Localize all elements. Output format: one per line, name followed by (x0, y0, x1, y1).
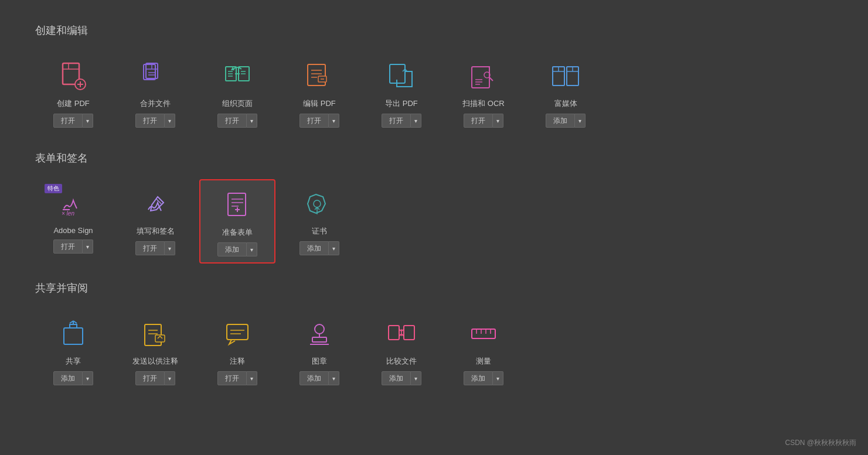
edit-pdf-icon (303, 60, 336, 93)
certificates-dropdown-btn[interactable]: ▾ (329, 241, 339, 255)
svg-rect-61 (404, 326, 414, 340)
comment-btn-group: 打开 ▾ (217, 371, 257, 385)
tool-create-pdf: 创建 PDF 打开 ▾ (35, 52, 111, 134)
feature-badge: 特色 (45, 184, 62, 193)
tool-measure: 测量 添加 ▾ (445, 309, 522, 391)
certificates-label: 证书 (312, 226, 327, 237)
share-dropdown-btn[interactable]: ▾ (83, 371, 93, 385)
merge-files-icon (139, 60, 172, 93)
measure-icon (467, 317, 500, 350)
tool-certificates: 证书 添加 ▾ (281, 179, 358, 264)
comment-icon (221, 317, 254, 350)
comment-dropdown-btn[interactable]: ▾ (247, 371, 257, 385)
section-create-edit: 创建和编辑 创建 PDF 打开 ▾ (35, 23, 833, 134)
fill-sign-dropdown-btn[interactable]: ▾ (165, 241, 175, 255)
adobe-sign-dropdown-btn[interactable]: ▾ (83, 240, 93, 254)
tool-compare-files: 比较文件 添加 ▾ (363, 309, 440, 391)
fill-sign-label: 填写和签名 (137, 226, 175, 237)
compare-files-icon (385, 317, 418, 350)
fill-sign-open-btn[interactable]: 打开 (135, 241, 165, 255)
rich-media-label: 富媒体 (554, 98, 577, 109)
certificates-add-btn[interactable]: 添加 (299, 241, 329, 255)
measure-btn-group: 添加 ▾ (464, 371, 503, 385)
fill-sign-btn-group: 打开 ▾ (135, 241, 175, 255)
measure-label: 测量 (476, 356, 491, 367)
tool-stamp: 图章 添加 ▾ (281, 309, 358, 391)
comment-open-btn[interactable]: 打开 (217, 371, 247, 385)
rich-media-icon (549, 60, 582, 93)
create-pdf-btn-group: 打开 ▾ (53, 114, 93, 128)
certificates-btn-group: 添加 ▾ (299, 241, 339, 255)
organize-pages-dropdown-btn[interactable]: ▾ (247, 114, 257, 128)
stamp-btn-group: 添加 ▾ (299, 371, 339, 385)
watermark: CSDN @秋秋秋秋秋雨 (785, 438, 856, 448)
compare-files-dropdown-btn[interactable]: ▾ (411, 371, 421, 385)
prepare-form-btn-group: 添加 ▾ (217, 242, 257, 256)
svg-text:× len: × len (62, 210, 74, 217)
send-review-icon (139, 317, 172, 350)
share-btn-group: 添加 ▾ (53, 371, 93, 385)
share-label: 共享 (66, 356, 81, 367)
svg-rect-38 (228, 193, 246, 215)
tool-adobe-sign: 特色 × len Adobe Sign 打开 ▾ (35, 179, 111, 264)
stamp-add-btn[interactable]: 添加 (299, 371, 329, 385)
edit-pdf-btn-group: 打开 ▾ (299, 114, 339, 128)
rich-media-dropdown-btn[interactable]: ▾ (575, 114, 586, 128)
merge-files-open-btn[interactable]: 打开 (135, 114, 165, 128)
measure-dropdown-btn[interactable]: ▾ (493, 371, 503, 385)
organize-pages-btn-group: 打开 ▾ (217, 114, 257, 128)
scan-ocr-label: 扫描和 OCR (462, 98, 505, 109)
tool-comment: 注释 打开 ▾ (199, 309, 275, 391)
measure-add-btn[interactable]: 添加 (464, 371, 493, 385)
share-add-btn[interactable]: 添加 (53, 371, 83, 385)
svg-rect-63 (472, 329, 495, 338)
stamp-label: 图章 (312, 356, 327, 367)
compare-files-add-btn[interactable]: 添加 (382, 371, 411, 385)
edit-pdf-label: 编辑 PDF (303, 98, 336, 109)
tool-edit-pdf: 编辑 PDF 打开 ▾ (281, 52, 358, 134)
export-pdf-icon (385, 60, 418, 93)
section-title-share-review: 共享并审阅 (35, 281, 833, 295)
edit-pdf-open-btn[interactable]: 打开 (299, 114, 329, 128)
tools-grid-create-edit: 创建 PDF 打开 ▾ 合并 (35, 52, 833, 134)
fill-sign-icon (139, 187, 172, 220)
main-content: 创建和编辑 创建 PDF 打开 ▾ (0, 0, 868, 426)
rich-media-add-btn[interactable]: 添加 (546, 114, 575, 128)
certificates-icon (303, 187, 336, 220)
create-pdf-dropdown-btn[interactable]: ▾ (83, 114, 93, 128)
scan-ocr-dropdown-btn[interactable]: ▾ (493, 114, 503, 128)
scan-ocr-open-btn[interactable]: 打开 (464, 114, 493, 128)
send-review-dropdown-btn[interactable]: ▾ (165, 371, 175, 385)
export-pdf-label: 导出 PDF (385, 98, 418, 109)
prepare-form-dropdown-btn[interactable]: ▾ (247, 242, 257, 256)
adobe-sign-open-btn[interactable]: 打开 (53, 240, 83, 254)
create-pdf-label: 创建 PDF (57, 98, 90, 109)
prepare-form-label: 准备表单 (222, 227, 253, 238)
tool-rich-media: 富媒体 添加 ▾ (527, 52, 604, 134)
svg-rect-53 (227, 324, 248, 340)
stamp-icon (303, 317, 336, 350)
export-pdf-dropdown-btn[interactable]: ▾ (411, 114, 421, 128)
organize-pages-open-btn[interactable]: 打开 (217, 114, 247, 128)
send-review-btn-group: 打开 ▾ (135, 371, 175, 385)
merge-files-dropdown-btn[interactable]: ▾ (165, 114, 175, 128)
stamp-dropdown-btn[interactable]: ▾ (329, 371, 339, 385)
edit-pdf-dropdown-btn[interactable]: ▾ (329, 114, 339, 128)
compare-files-label: 比较文件 (386, 356, 417, 367)
compare-files-btn-group: 添加 ▾ (382, 371, 421, 385)
create-pdf-open-btn[interactable]: 打开 (53, 114, 83, 128)
scan-ocr-btn-group: 打开 ▾ (464, 114, 503, 128)
tool-organize-pages: 组织页面 打开 ▾ (199, 52, 275, 134)
tool-prepare-form: 准备表单 添加 ▾ (199, 179, 275, 264)
section-share-review: 共享并审阅 共享 添加 ▾ (35, 281, 833, 391)
prepare-form-add-btn[interactable]: 添加 (217, 242, 247, 256)
send-review-open-btn[interactable]: 打开 (135, 371, 165, 385)
svg-point-44 (314, 200, 321, 207)
svg-rect-23 (472, 67, 489, 88)
svg-rect-45 (64, 328, 83, 344)
section-forms-sign: 表单和签名 特色 × len Adobe Sign 打开 ▾ (35, 151, 833, 264)
merge-files-btn-group: 打开 ▾ (135, 114, 175, 128)
export-pdf-open-btn[interactable]: 打开 (382, 114, 411, 128)
scan-ocr-icon (467, 60, 500, 93)
tool-export-pdf: 导出 PDF 打开 ▾ (363, 52, 440, 134)
